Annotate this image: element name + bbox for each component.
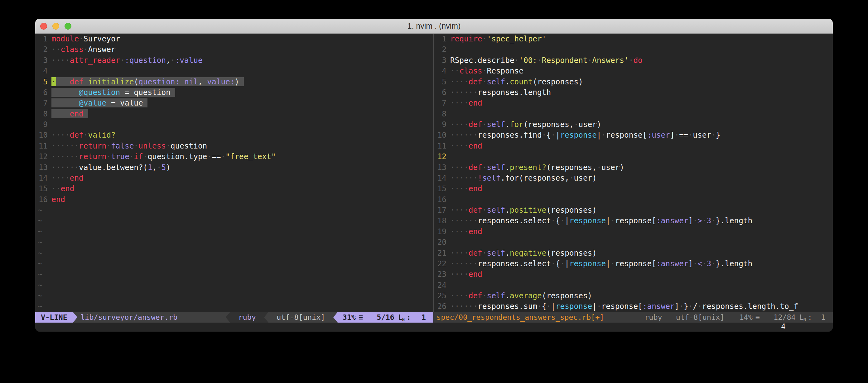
code-token: user	[693, 131, 711, 139]
empty-buffer-line: ~	[35, 237, 433, 248]
whitespace-dots: ·	[537, 302, 542, 311]
whitespace-dots: ····	[450, 227, 469, 236]
whitespace-dots: ·	[482, 77, 487, 86]
whitespace-dots: ·	[482, 248, 487, 257]
position-segment: 31% ≡ 5/16 LN : 1	[338, 312, 433, 323]
empty-buffer-line: ~	[35, 269, 433, 280]
line-number: 11	[38, 141, 52, 151]
code-line: 11····end	[434, 141, 833, 151]
whitespace-dots: ·	[129, 152, 134, 161]
empty-buffer-line: ~	[35, 301, 433, 312]
command-line[interactable]: 4	[35, 323, 833, 332]
code-token: (responses)	[546, 248, 597, 257]
inactive-file-path: spec/00_respondents_answers_spec.rb[+]	[436, 313, 604, 322]
code-token: ,	[166, 56, 170, 65]
line-number: 16	[38, 194, 52, 205]
line-number: 25	[436, 290, 450, 301]
whitespace-dots: ·	[482, 120, 487, 129]
whitespace-dots: ·	[611, 259, 615, 268]
whitespace-dots: ·	[574, 120, 579, 129]
code-token: count	[510, 77, 532, 86]
code-token: value	[120, 98, 143, 107]
whitespace-dots: ····	[450, 248, 469, 257]
code-token: responses.length	[478, 88, 551, 97]
whitespace-dots: ·	[143, 152, 148, 161]
titlebar[interactable]: 1. nvim . (nvim)	[35, 19, 833, 34]
code-token: }.length	[716, 259, 752, 268]
pane-spec-rb[interactable]: 1require·'spec_helper'23RSpec.describe·'…	[434, 34, 833, 312]
empty-buffer-line: ~	[35, 280, 433, 290]
tilde-marker: ~	[38, 291, 42, 300]
code-token: =	[125, 88, 129, 97]
whitespace-dots: ·	[597, 302, 601, 311]
code-token: Response	[487, 66, 524, 75]
whitespace-dots: ·	[157, 163, 161, 172]
code-token: end	[469, 227, 482, 236]
code-line: 18······responses.select·{·|response|·re…	[434, 215, 833, 226]
whitespace-dots: ····	[450, 206, 469, 214]
whitespace-dots: ······	[450, 88, 478, 97]
line-number: 10	[436, 130, 450, 140]
code-line: 21····def·self.negative(responses)	[434, 248, 833, 258]
code-line: 12······return·true·if·question.type·==·…	[35, 151, 433, 162]
tilde-marker: ~	[38, 206, 42, 214]
code-token: Answer	[88, 45, 116, 54]
code-token: average	[510, 291, 542, 300]
whitespace-dots: ·	[601, 131, 606, 139]
code-token: :answer	[656, 216, 688, 225]
code-line: 8	[434, 109, 833, 119]
code-line: 16end	[35, 194, 433, 205]
line-number: 15	[38, 183, 52, 194]
whitespace-dots: ····	[450, 77, 469, 86]
code-token: /	[693, 302, 698, 311]
whitespace-dots: ····	[450, 163, 469, 172]
whitespace-dots: ·	[203, 77, 207, 86]
whitespace-dots: ····	[52, 56, 70, 65]
whitespace-dots: ····	[450, 120, 469, 129]
whitespace-dots: ·	[542, 131, 547, 139]
whitespace-dots: ·	[106, 98, 111, 107]
line-number: 5	[436, 77, 450, 87]
code-token: 3	[707, 259, 711, 268]
statusline-inactive: spec/00_respondents_answers_spec.rb[+] r…	[434, 312, 833, 323]
code-token: module	[52, 34, 79, 43]
code-token: self	[487, 291, 505, 300]
whitespace-dots: ·	[597, 163, 601, 172]
whitespace-dots: ······	[450, 302, 478, 311]
code-token: def	[469, 120, 482, 129]
code-token: Surveyor	[84, 34, 120, 43]
whitespace-dots: ·	[688, 302, 693, 311]
code-line: 25····def·self.average(responses)	[434, 290, 833, 301]
line-number: 1	[38, 34, 52, 44]
code-token: unless	[138, 141, 166, 150]
code-token: |	[606, 259, 611, 268]
whitespace-dots: ····	[450, 141, 469, 150]
colon-separator: :	[407, 313, 411, 322]
code-token: ]	[688, 216, 693, 225]
whitespace-dots: ·	[551, 216, 556, 225]
code-token: (	[134, 77, 138, 86]
whitespace-dots: ·	[482, 163, 487, 172]
code-token: nil	[184, 77, 198, 86]
line-number: 20	[436, 237, 450, 248]
code-token: )	[166, 163, 170, 172]
code-line: 13····def·self.present?(responses,·user)	[434, 162, 833, 173]
code-token: class	[61, 45, 83, 54]
code-token: |	[556, 131, 560, 139]
line-number-icon: LN	[799, 313, 806, 322]
empty-buffer-line: ~	[35, 248, 433, 258]
pane-answer-rb[interactable]: 1module·Surveyor2··class·Answer3····attr…	[35, 34, 433, 312]
code-token: .	[505, 120, 510, 129]
code-token: question.type	[148, 152, 207, 161]
whitespace-dots: ·	[482, 34, 487, 43]
code-token: 1	[148, 163, 152, 172]
code-line: 11······return·false·unless·question	[35, 141, 433, 151]
colon-separator: :	[808, 313, 812, 322]
code-token: ,	[198, 77, 203, 86]
code-line: 9····def·self.for(responses,·user)	[434, 119, 833, 130]
code-line: 1require·'spec_helper'	[434, 34, 833, 44]
code-token: value:	[207, 77, 235, 86]
code-token: question:	[138, 77, 180, 86]
line-number: 12	[38, 151, 52, 162]
code-token: {	[542, 302, 547, 311]
